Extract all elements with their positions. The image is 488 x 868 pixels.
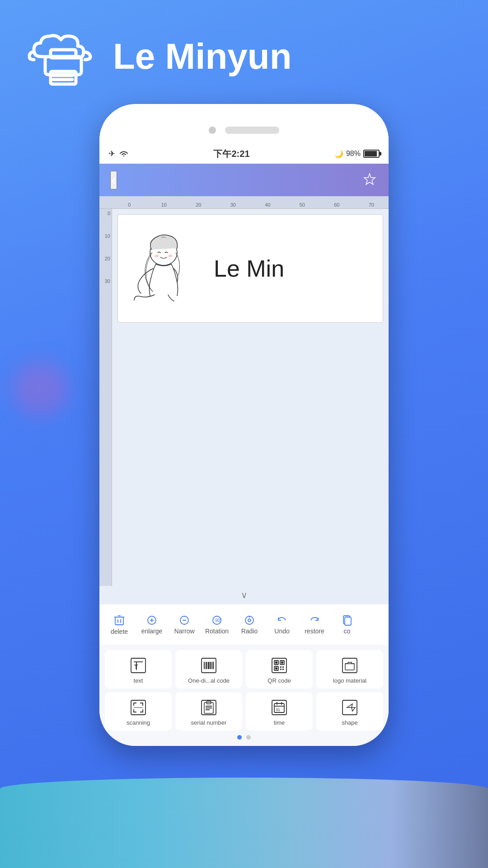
toolbar-co[interactable]: co	[331, 615, 363, 635]
tool-shape[interactable]: shape	[316, 692, 383, 731]
moon-icon: 🌙	[334, 150, 343, 158]
ruler-mark-0: 0	[112, 202, 147, 208]
toolbar-enlarge-label: enlarge	[141, 627, 163, 635]
collapse-bar[interactable]: ∨	[99, 586, 389, 604]
svg-marker-5	[364, 174, 375, 184]
settings-button[interactable]	[361, 172, 378, 188]
toolbar-delete[interactable]: delete	[103, 614, 136, 635]
barcode-icon	[201, 657, 217, 674]
app-header-section: Le Minyun	[0, 0, 488, 95]
ruler-mark-10: 10	[147, 202, 182, 208]
text-icon: T	[130, 657, 146, 674]
svg-rect-49	[282, 669, 284, 670]
toolbar-restore[interactable]: restore	[298, 615, 331, 635]
toolbar-radio-label: Radio	[241, 627, 258, 635]
status-bar: ✈ 下午2:21 🌙 98%	[99, 144, 389, 164]
radio-icon	[244, 615, 255, 626]
label-image	[125, 228, 206, 309]
svg-rect-24	[345, 617, 351, 625]
wifi-icon	[119, 150, 129, 157]
page-dots	[99, 731, 389, 742]
canvas-content: 0 10 20 30	[99, 209, 389, 586]
tool-time[interactable]: 31 time	[246, 692, 313, 731]
svg-rect-9	[115, 617, 123, 625]
toolbar-delete-label: delete	[111, 628, 128, 635]
label-paper: Le Min	[117, 214, 383, 323]
serial-icon	[201, 699, 217, 716]
app-logo	[27, 27, 99, 86]
status-left: ✈	[108, 149, 129, 159]
tool-text-label: text	[108, 677, 168, 684]
logo-icon	[342, 657, 358, 674]
tool-serial-label: serial number	[179, 719, 239, 726]
tool-serial[interactable]: serial number	[175, 692, 242, 731]
svg-point-7	[155, 255, 159, 257]
scanning-icon	[130, 699, 146, 716]
svg-rect-48	[280, 669, 282, 670]
svg-rect-45	[275, 667, 277, 670]
toolbar-co-label: co	[344, 627, 351, 635]
front-camera	[209, 127, 216, 134]
header-title: Le Minyun	[113, 36, 292, 77]
status-right: 🌙 98%	[334, 150, 380, 158]
qrcode-icon	[271, 657, 287, 674]
svg-rect-46	[280, 666, 282, 668]
delete-icon	[114, 614, 125, 626]
ruler-v-0: 0	[108, 211, 112, 233]
tool-qrcode-label: QR code	[249, 677, 309, 684]
svg-point-22	[248, 619, 251, 622]
svg-rect-1	[51, 50, 76, 58]
ruler-mark-30: 30	[216, 202, 251, 208]
svg-point-8	[168, 255, 173, 257]
svg-rect-25	[131, 658, 145, 673]
svg-text:T: T	[134, 663, 138, 670]
status-time: 下午2:21	[213, 148, 249, 160]
back-button[interactable]: ‹	[110, 171, 117, 189]
toolbar-rotation-label: Rotation	[205, 627, 229, 635]
toolbar-undo[interactable]: Undo	[266, 615, 298, 635]
toolbar-enlarge[interactable]: enlarge	[136, 615, 168, 635]
battery-percent: 98%	[346, 150, 361, 158]
toolbar-narrow[interactable]: Narrow	[168, 615, 201, 635]
tool-barcode-label: One-di...al code	[179, 677, 239, 684]
svg-rect-41	[275, 661, 277, 664]
phone-mockup: ✈ 下午2:21 🌙 98% ‹	[0, 104, 488, 746]
ruler-horizontal: 0 10 20 30 40 50 60 70	[99, 196, 389, 209]
ruler-mark-20: 20	[181, 202, 216, 208]
tool-time-label: time	[249, 719, 309, 726]
ruler-vertical: 0 10 20 30	[99, 209, 112, 586]
battery-icon	[363, 150, 380, 158]
tool-grid: T text	[99, 650, 389, 731]
toolbar-rotation[interactable]: 90° Rotation	[201, 615, 233, 635]
chevron-down-icon: ∨	[241, 590, 248, 600]
undo-icon	[277, 615, 287, 626]
tool-qrcode[interactable]: QR code	[246, 650, 313, 689]
tool-text[interactable]: T text	[105, 650, 172, 689]
dot-1	[237, 735, 242, 740]
phone-body: ✈ 下午2:21 🌙 98% ‹	[99, 104, 389, 746]
ruler-v-10: 10	[105, 233, 112, 256]
narrow-icon	[179, 615, 190, 626]
svg-text:31: 31	[276, 708, 280, 712]
rotation-icon: 90°	[211, 615, 222, 626]
toolbar-narrow-label: Narrow	[174, 627, 194, 635]
ruler-marks-top: 0 10 20 30 40 50 60 70	[112, 202, 389, 208]
phone-notch	[99, 117, 389, 144]
tool-scanning[interactable]: scanning	[105, 692, 172, 731]
app-nav-bar: ‹	[99, 164, 389, 196]
ruler-mark-40: 40	[250, 202, 285, 208]
phone-speaker	[225, 127, 279, 134]
svg-text:90°: 90°	[215, 618, 222, 623]
tool-scanning-label: scanning	[108, 719, 168, 726]
toolbar-undo-label: Undo	[274, 627, 289, 635]
svg-rect-43	[281, 661, 283, 664]
ruler-v-20: 20	[105, 256, 112, 278]
tool-logo[interactable]: logo material	[316, 650, 383, 689]
co-icon	[342, 615, 352, 626]
toolbar: delete enlarge	[99, 604, 389, 645]
shape-icon	[342, 699, 358, 716]
time-icon: 31	[271, 699, 287, 716]
toolbar-radio[interactable]: Radio	[233, 615, 266, 635]
label-canvas[interactable]: Le Min	[112, 209, 389, 586]
tool-barcode[interactable]: One-di...al code	[175, 650, 242, 689]
